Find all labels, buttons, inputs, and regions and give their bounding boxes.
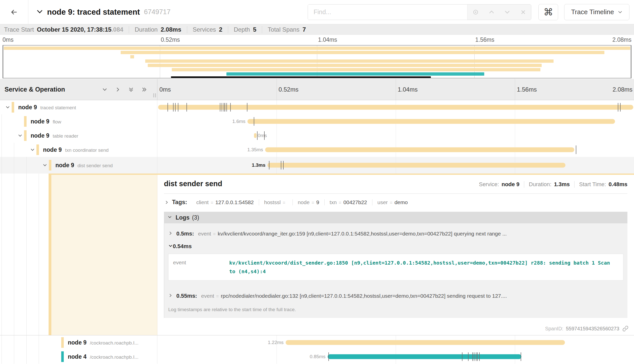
minimap-left-scrubber[interactable] (3, 46, 3, 78)
span-duration-bar[interactable] (158, 105, 633, 110)
span-row-node4-batch[interactable]: node 4/cockroach.roachpb.I... 0.85ms (0, 350, 634, 364)
span-row-txn-coordinator-send[interactable]: node 9txn coordinator send 1.35ms (0, 143, 634, 157)
log-entry-expanded-header[interactable]: 0.54ms (168, 243, 623, 250)
span-row-table-reader[interactable]: node 9table reader 0ms (0, 129, 634, 143)
log-entry-collapsed[interactable]: 0.55ms: event = rpc/nodedialer/nodediale… (164, 286, 627, 304)
tag-txn: txn=00427b22 (324, 199, 372, 205)
log-field-value: kv/kvclient/kvcoord/dist_sender.go:1850 … (229, 254, 623, 280)
span-bar-cell[interactable] (157, 100, 634, 114)
meta-depth: Depth 5 (228, 26, 262, 33)
span-row-traced-statement[interactable]: node 9traced statement (0, 100, 634, 114)
span-bar-cell[interactable]: 1.6ms (157, 114, 634, 129)
span-collapse-chevron-down-icon[interactable] (43, 163, 47, 168)
minimap-right-scrubber[interactable] (631, 46, 631, 78)
find-prev-chevron-up-icon[interactable] (488, 9, 495, 15)
minimap-indicator (171, 76, 431, 78)
span-collapse-chevron-down-icon[interactable] (5, 105, 10, 110)
chevron-right-icon (168, 293, 173, 299)
find-next-chevron-down-icon[interactable] (504, 9, 511, 15)
trace-minimap: 0ms 0.52ms 1.04ms 1.56ms 2.08ms (0, 35, 634, 79)
find-clear-close-icon[interactable] (520, 9, 526, 15)
span-id-row: SpanID: 5597415943526560273 (545, 326, 628, 332)
span-name-cell[interactable]: node 4/cockroach.roachpb.I... (0, 350, 157, 364)
span-collapse-chevron-down-icon[interactable] (18, 133, 23, 138)
collapse-deep-double-chevron-down-icon[interactable] (128, 87, 134, 92)
minimap-axis: 0ms 0.52ms 1.04ms 1.56ms 2.08ms (3, 36, 631, 45)
command-icon: ⌘ (543, 7, 553, 18)
back-button[interactable] (0, 0, 28, 24)
detail-start-time: Start Time:0.48ms (574, 181, 627, 188)
span-duration-bar[interactable] (328, 354, 522, 359)
log-entry-expanded: 0.54ms event kv/kvclient/kvcoord/dist_se… (164, 242, 627, 286)
axis-column-divider (396, 79, 396, 100)
logs-accordion-header[interactable]: Logs (3) (164, 212, 627, 223)
tags-accordion[interactable]: Tags: client=127.0.0.1:54582 hostssl= no… (164, 199, 627, 206)
span-collapse-chevron-down-icon[interactable] (30, 147, 35, 152)
service-color-bar (36, 144, 39, 155)
span-bar-cell[interactable]: 1.35ms (157, 143, 634, 157)
service-operation-title: Service & Operation (5, 86, 65, 93)
span-duration-bar[interactable] (254, 133, 256, 138)
span-duration-label: 1.6ms (232, 119, 245, 124)
tag-client: client=127.0.0.1:54582 (191, 199, 259, 205)
service-color-bar (12, 102, 14, 113)
find-input[interactable] (308, 5, 467, 20)
trace-collapse-chevron-down-icon[interactable] (36, 8, 44, 16)
span-duration-bar[interactable] (247, 119, 615, 124)
chevron-down-icon (618, 10, 623, 15)
span-detail-accent-border (49, 174, 634, 175)
focus-target-icon[interactable] (472, 9, 479, 15)
span-bar-cell[interactable]: 0.85ms (157, 350, 634, 364)
span-name-cell[interactable]: node 9flow (0, 114, 157, 129)
span-row-flow[interactable]: node 9flow 1.6ms (0, 114, 634, 129)
collapse-all-chevron-down-icon[interactable] (102, 87, 108, 92)
service-color-bar (49, 160, 51, 170)
minimap-canvas[interactable] (3, 45, 631, 78)
service-color-bar (61, 351, 64, 362)
span-color-strip (49, 174, 51, 335)
span-name-cell[interactable]: node 9txn coordinator send (0, 143, 157, 157)
tags-label: Tags: (172, 199, 187, 206)
span-name-cell[interactable]: node 9dist sender send (0, 157, 157, 174)
span-name-cell[interactable]: node 9traced statement (0, 100, 157, 114)
detail-duration: Duration:1.3ms (524, 181, 574, 188)
axis-column-divider (515, 79, 515, 100)
service-operation-header: Service & Operation (0, 79, 157, 100)
meta-trace-start: Trace Start October 15 2020, 17:38:15.08… (4, 26, 129, 33)
meta-duration: Duration 2.08ms (129, 26, 187, 33)
span-duration-bar[interactable] (286, 340, 565, 345)
logs-list: 0.5ms: event = kv/kvclient/kvcoord/range… (164, 223, 627, 318)
column-resizer-grip[interactable] (153, 93, 156, 97)
span-row-dist-sender-send[interactable]: node 9dist sender send 1.3ms (0, 157, 634, 174)
deep-link-icon[interactable] (622, 326, 628, 332)
timeline-axis-header: 0ms 0.52ms 1.04ms 1.56ms 2.08ms (157, 79, 634, 100)
span-duration-label: 0ms (258, 133, 267, 138)
chevron-down-icon (167, 215, 172, 220)
span-detail-panel: dist sender send Service:node 9 Duration… (157, 174, 634, 335)
span-duration-bar[interactable] (267, 163, 565, 168)
span-name-cell[interactable]: node 9table reader (0, 129, 157, 143)
header: node 9: traced statement 6749717 ⌘ Trace… (0, 0, 634, 24)
view-selector-button[interactable]: Trace Timeline (564, 4, 629, 20)
span-bar-cell[interactable]: 0ms (157, 129, 634, 143)
keyboard-shortcuts-button[interactable]: ⌘ (538, 4, 558, 20)
span-duration-label: 1.35ms (247, 147, 263, 153)
tag-node: node=9 (292, 199, 324, 205)
logs-footer-note: Log timestamps are relative to the start… (164, 304, 627, 317)
span-name-cell[interactable]: node 9/cockroach.roachpb.I... (0, 335, 157, 350)
find-group (308, 4, 531, 20)
span-row-node9-batch[interactable]: node 9/cockroach.roachpb.I... 1.22ms (0, 335, 634, 350)
trace-id: 6749717 (144, 8, 171, 16)
meta-services: Services 2 (187, 26, 228, 33)
span-bar-cell[interactable]: 1.3ms (157, 157, 634, 174)
span-bar-cell[interactable]: 1.22ms (157, 335, 634, 350)
span-detail-left-gutter (0, 174, 157, 335)
chevron-right-icon (164, 200, 169, 205)
tag-hostssl: hostssl= (259, 199, 292, 205)
log-entry-collapsed[interactable]: 0.5ms: event = kv/kvclient/kvcoord/range… (164, 223, 627, 242)
span-duration-bar[interactable] (265, 147, 575, 152)
view-selector-label: Trace Timeline (571, 8, 614, 16)
expand-one-chevron-right-icon[interactable] (115, 87, 121, 92)
span-duration-label: 1.3ms (252, 162, 265, 168)
expand-all-double-chevron-right-icon[interactable] (141, 87, 147, 92)
